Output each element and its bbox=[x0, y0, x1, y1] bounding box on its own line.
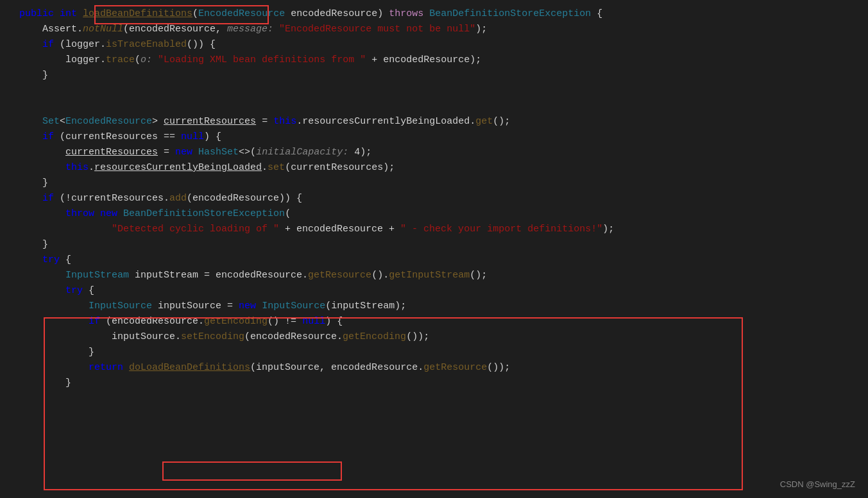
code-line-13: if (!currentResources.add(encodedResourc… bbox=[19, 191, 855, 206]
watermark: CSDN @Swing_zzZ bbox=[780, 478, 855, 492]
code-line-8: Set<EncodedResource> currentResources = … bbox=[19, 114, 855, 129]
code-line-10: currentResources = new HashSet<>(initial… bbox=[19, 145, 855, 160]
code-line-4: logger.trace(o: "Loading XML bean defini… bbox=[19, 53, 855, 68]
code-line-12: } bbox=[19, 176, 855, 191]
code-line-9: if (currentResources == null) { bbox=[19, 129, 855, 145]
code-line-1: public int loadBeanDefinitions(EncodedRe… bbox=[19, 6, 855, 22]
highlight-box-return-method bbox=[162, 461, 342, 481]
code-line-21: if (encodedResource.getEncoding() != nul… bbox=[19, 314, 855, 329]
code-line-22: inputSource.setEncoding(encodedResource.… bbox=[19, 329, 855, 345]
code-line-11: this.resourcesCurrentlyBeingLoaded.set(c… bbox=[19, 160, 855, 176]
code-line-24: return doLoadBeanDefinitions(inputSource… bbox=[19, 360, 855, 376]
code-line-18: InputStream inputStream = encodedResourc… bbox=[19, 268, 855, 283]
code-line-19: try { bbox=[19, 283, 855, 299]
code-line-blank1 bbox=[19, 83, 855, 99]
code-line-3: if (logger.isTraceEnabled()) { bbox=[19, 37, 855, 53]
code-line-5: } bbox=[19, 68, 855, 83]
code-line-2: Assert.notNull(encodedResource, message:… bbox=[19, 22, 855, 37]
code-line-25: } bbox=[19, 376, 855, 391]
code-line-blank2 bbox=[19, 99, 855, 114]
code-line-16: } bbox=[19, 237, 855, 253]
code-line-17: try { bbox=[19, 253, 855, 268]
code-editor: public int loadBeanDefinitions(EncodedRe… bbox=[0, 0, 868, 498]
code-line-14: throw new BeanDefinitionStoreException( bbox=[19, 206, 855, 222]
code-line-20: InputSource inputSource = new InputSourc… bbox=[19, 299, 855, 314]
code-line-15: "Detected cyclic loading of " + encodedR… bbox=[19, 222, 855, 237]
code-line-23: } bbox=[19, 345, 855, 360]
